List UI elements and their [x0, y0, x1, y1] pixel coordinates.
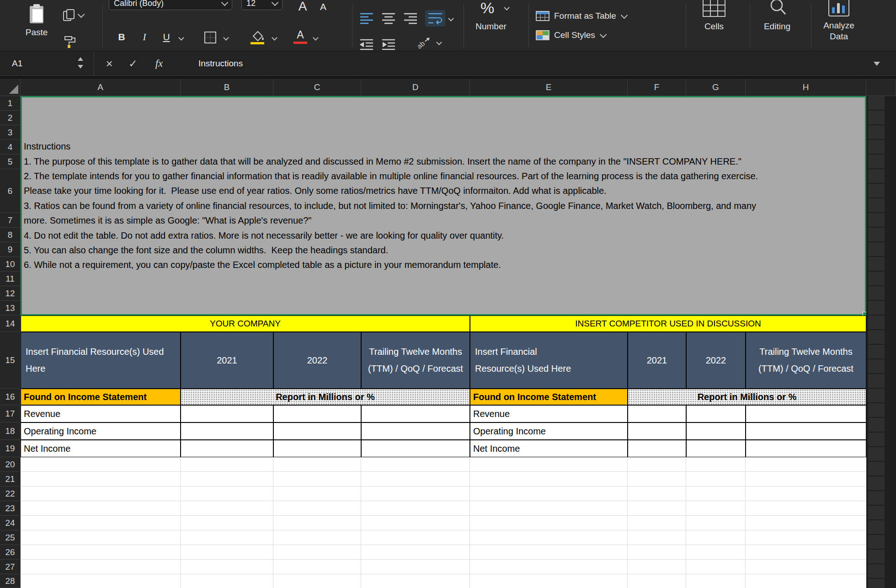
grow-font-button[interactable]: A — [293, 0, 312, 16]
font-name-select[interactable]: Calibri (Body) — [109, 0, 232, 10]
cell-H17[interactable] — [746, 405, 866, 422]
row-header-20[interactable]: 20 — [0, 457, 21, 472]
cell-D19[interactable] — [361, 440, 470, 457]
row-header-15[interactable]: 15 — [0, 332, 21, 389]
income-statement-header-company[interactable]: Found on Income Statement — [21, 389, 181, 405]
editing-button[interactable] — [768, 0, 787, 17]
font-size-select[interactable]: 12 — [241, 0, 283, 10]
analyze-data-button[interactable] — [828, 0, 849, 16]
underline-button[interactable]: U — [157, 29, 176, 45]
format-painter-button[interactable] — [63, 36, 77, 48]
select-all-corner[interactable] — [0, 79, 21, 96]
column-header-B[interactable]: B — [181, 79, 273, 96]
name-box-up-spinner[interactable] — [78, 57, 83, 61]
row-header-1[interactable]: 1 — [0, 96, 21, 111]
cell-F19[interactable] — [628, 440, 686, 457]
report-units-header-company[interactable]: Report in Millions or % — [181, 389, 470, 405]
year-2021-competitor[interactable]: 2021 — [628, 332, 686, 389]
paste-button[interactable]: Paste — [16, 2, 57, 48]
font-color-button[interactable]: A — [293, 28, 307, 44]
resource-header-competitor[interactable]: Insert Financial Resource(s) Used Here — [470, 332, 628, 389]
cell-C19[interactable] — [273, 440, 361, 457]
row-header-18[interactable]: 18 — [0, 422, 21, 440]
row-header-28[interactable]: 28 — [0, 574, 21, 588]
row-header-24[interactable]: 24 — [0, 516, 21, 530]
ttm-header-competitor[interactable]: Trailing Twelve Months (TTM) / QoQ / For… — [746, 332, 866, 389]
number-format-button[interactable]: % — [475, 0, 500, 17]
align-left-button[interactable] — [359, 12, 374, 25]
column-header-G[interactable]: G — [686, 79, 746, 96]
cell-B17[interactable] — [181, 405, 273, 422]
bold-button[interactable]: B — [112, 29, 131, 45]
row-label-revenue-competitor[interactable]: Revenue — [470, 405, 628, 422]
row-header-23[interactable]: 23 — [0, 501, 21, 516]
row-header-11[interactable]: 11 — [0, 272, 21, 286]
cell-H19[interactable] — [746, 440, 866, 457]
align-center-button[interactable] — [381, 12, 396, 25]
row-header-21[interactable]: 21 — [0, 472, 21, 486]
year-2022-competitor[interactable]: 2022 — [686, 332, 746, 389]
row-header-14[interactable]: 14 — [0, 315, 21, 332]
wrap-text-button[interactable] — [425, 10, 445, 27]
italic-button[interactable]: I — [135, 29, 154, 45]
cell-G17[interactable] — [686, 405, 746, 422]
year-2022-company[interactable]: 2022 — [273, 332, 361, 389]
cell-styles-button[interactable]: Cell Styles — [536, 28, 606, 42]
ttm-header-company[interactable]: Trailing Twelve Months (TTM) / QoQ / For… — [361, 332, 470, 389]
column-header-F[interactable]: F — [628, 79, 686, 96]
row-label-operating-income-competitor[interactable]: Operating Income — [470, 422, 628, 440]
cell-D18[interactable] — [361, 422, 470, 440]
cells-button[interactable] — [702, 0, 726, 17]
format-as-table-button[interactable]: Format as Table — [536, 9, 627, 23]
row-header-13[interactable]: 13 — [0, 301, 21, 315]
row-header-3[interactable]: 3 — [0, 125, 21, 140]
row-header-6[interactable]: 6 — [0, 169, 21, 213]
income-statement-header-competitor[interactable]: Found on Income Statement — [470, 389, 628, 405]
borders-button[interactable] — [204, 31, 217, 44]
competitor-header[interactable]: INSERT COMPETITOR USED IN DISCUSSION — [470, 315, 866, 332]
row-header-4[interactable]: 4 — [0, 140, 21, 155]
increase-indent-button[interactable] — [381, 38, 396, 50]
cell-F18[interactable] — [628, 422, 686, 440]
column-header-H[interactable]: H — [746, 79, 866, 96]
year-2021-company[interactable]: 2021 — [181, 332, 273, 389]
row-label-revenue-company[interactable]: Revenue — [21, 405, 181, 422]
name-box-down-spinner[interactable] — [78, 65, 83, 69]
row-header-5[interactable]: 5 — [0, 155, 21, 169]
row-header-17[interactable]: 17 — [0, 405, 21, 422]
row-header-19[interactable]: 19 — [0, 440, 21, 457]
cell-B18[interactable] — [181, 422, 273, 440]
name-box[interactable]: A1 — [0, 51, 94, 76]
cell-G18[interactable] — [686, 422, 746, 440]
row-header-9[interactable]: 9 — [0, 242, 21, 257]
column-header-D[interactable]: D — [361, 79, 470, 96]
cell-H18[interactable] — [746, 422, 866, 440]
formula-bar-expand-button[interactable] — [867, 51, 887, 76]
cell-G19[interactable] — [686, 440, 746, 457]
row-header-16[interactable]: 16 — [0, 389, 21, 405]
align-right-button[interactable] — [403, 12, 418, 25]
row-header-2[interactable]: 2 — [0, 111, 21, 125]
copy-button[interactable] — [63, 9, 84, 21]
row-header-7[interactable]: 7 — [0, 213, 21, 228]
fill-color-button[interactable] — [251, 30, 264, 44]
row-header-12[interactable]: 12 — [0, 286, 21, 301]
row-label-net-income-company[interactable]: Net Income — [21, 440, 181, 457]
row-header-25[interactable]: 25 — [0, 530, 21, 545]
insert-function-button[interactable]: fx — [146, 51, 172, 76]
formula-input[interactable]: Instructions — [198, 51, 838, 76]
cell-C18[interactable] — [273, 422, 361, 440]
row-header-27[interactable]: 27 — [0, 560, 21, 574]
resource-header-company[interactable]: Insert Financial Resource(s) Used Here — [21, 332, 181, 389]
column-header-A[interactable]: A — [21, 79, 181, 96]
report-units-header-competitor[interactable]: Report in Millions or % — [628, 389, 866, 405]
instructions-cell[interactable]: Instructions 1. The purpose of this temp… — [21, 96, 866, 315]
column-header-E[interactable]: E — [470, 79, 628, 96]
cell-D17[interactable] — [361, 405, 470, 422]
decrease-indent-button[interactable] — [359, 38, 374, 50]
shrink-font-button[interactable]: A — [315, 0, 331, 15]
cell-C17[interactable] — [273, 405, 361, 422]
cancel-button[interactable]: × — [98, 51, 121, 76]
row-header-10[interactable]: 10 — [0, 257, 21, 272]
enter-button[interactable]: ✓ — [122, 51, 144, 76]
